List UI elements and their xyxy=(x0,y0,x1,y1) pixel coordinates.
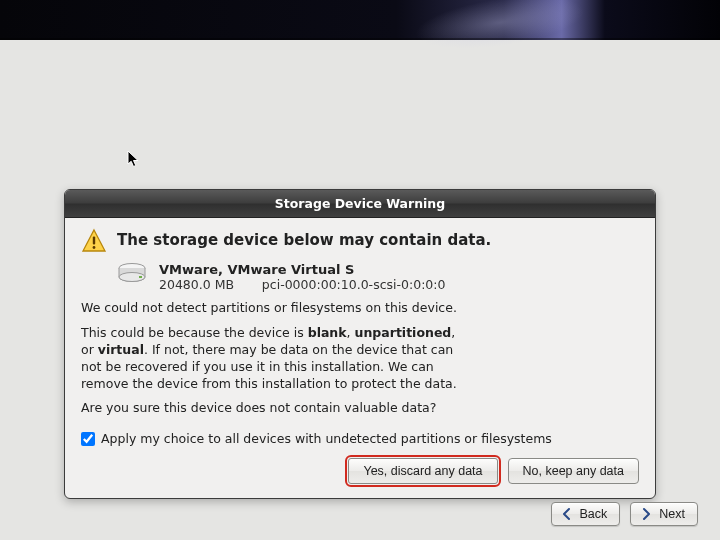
device-meta: 20480.0 MB pci-0000:00:10.0-scsi-0:0:0:0 xyxy=(159,277,445,292)
dialog-title: Storage Device Warning xyxy=(65,190,655,218)
installer-screen: Storage Device Warning The storage devic… xyxy=(0,0,720,540)
no-keep-button[interactable]: No, keep any data xyxy=(508,458,639,484)
svg-point-1 xyxy=(93,246,96,249)
back-label: Back xyxy=(580,507,608,521)
storage-warning-dialog: Storage Device Warning The storage devic… xyxy=(64,189,656,499)
device-name: VMware, VMware Virtual S xyxy=(159,262,445,277)
message-line-1: We could not detect partitions or filesy… xyxy=(81,300,639,317)
nav-footer: Back Next xyxy=(551,502,699,526)
device-size: 20480.0 MB xyxy=(159,277,234,292)
header-banner xyxy=(0,0,720,40)
confirm-question: Are you sure this device does not contai… xyxy=(81,400,639,417)
arrow-right-icon xyxy=(639,507,653,521)
back-button[interactable]: Back xyxy=(551,502,621,526)
device-path: pci-0000:00:10.0-scsi-0:0:0:0 xyxy=(262,277,446,292)
svg-rect-0 xyxy=(93,237,95,245)
arrow-left-icon xyxy=(560,507,574,521)
apply-all-row[interactable]: Apply my choice to all devices with unde… xyxy=(81,431,639,446)
svg-rect-4 xyxy=(139,276,142,278)
harddisk-icon xyxy=(117,262,147,284)
apply-all-label: Apply my choice to all devices with unde… xyxy=(101,431,552,446)
dialog-headline: The storage device below may contain dat… xyxy=(117,228,491,249)
next-button[interactable]: Next xyxy=(630,502,698,526)
message-paragraph: This could be because the device is blan… xyxy=(81,325,639,393)
yes-discard-button[interactable]: Yes, discard any data xyxy=(348,458,497,484)
dialog-body: The storage device below may contain dat… xyxy=(65,218,655,498)
apply-all-checkbox[interactable] xyxy=(81,432,95,446)
dialog-button-row: Yes, discard any data No, keep any data xyxy=(81,458,639,484)
warning-icon xyxy=(81,228,107,254)
mouse-cursor xyxy=(127,150,141,170)
device-row: VMware, VMware Virtual S 20480.0 MB pci-… xyxy=(117,262,639,292)
next-label: Next xyxy=(659,507,685,521)
